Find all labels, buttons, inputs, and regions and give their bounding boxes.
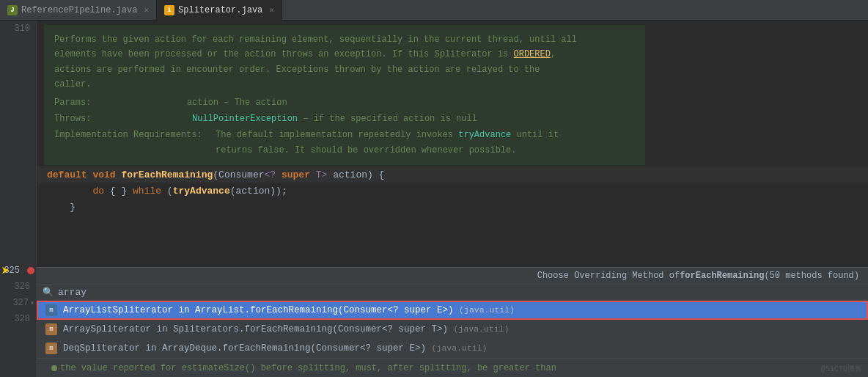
doc-impl: Implementation Requirements: The default… [54, 128, 635, 142]
throws-content: NullPointerException – if the specified … [113, 111, 477, 126]
doc-line2: elements have been processed or the acti… [54, 47, 635, 62]
code-lines: default void forEachRemaining ( Consumer… [37, 165, 868, 215]
generic-close: > [322, 169, 328, 180]
method-text-3: DeqSpliterator in ArrayDeque.forEachRema… [63, 343, 859, 354]
impl-line2: returns false. It should be overridden w… [54, 143, 635, 158]
doc-comment-block: Performs the given action for each remai… [44, 25, 645, 165]
throws-rest: – if the specified action is null [298, 114, 477, 124]
tab-icon-reference: J [7, 5, 18, 15]
method-item-array[interactable]: m ArraySpliterator in Spliterators.forEa… [37, 320, 868, 339]
popup-header: Choose Overriding Method of forEachRemai… [37, 268, 868, 285]
doc-throws: Throws: NullPointerException – if the sp… [54, 111, 635, 126]
editor-area: 310 ⮞ 325 326 327 ▾ 328 Performs the giv… [0, 21, 868, 377]
method-pkg-1: (java.util) [459, 305, 515, 315]
line-blank-l [0, 214, 36, 230]
hint-dot-icon [51, 365, 57, 371]
doc-line3: actions are performed in encounter order… [54, 62, 635, 77]
line-blank-h [0, 150, 36, 166]
kw-super: super [282, 169, 310, 180]
method-item-arraylist[interactable]: m ArrayListSpliterator in ArrayList.forE… [37, 301, 868, 320]
method-tryadvance: tryAdvance [173, 186, 230, 197]
search-input[interactable] [58, 287, 205, 298]
impl-label: Implementation Requirements: [54, 128, 216, 142]
line-326: 326 [0, 279, 36, 295]
throws-label: Throws: [54, 111, 113, 126]
line-blank-b [0, 53, 36, 69]
line-blank-k [0, 198, 36, 214]
try-advance-link: tryAdvance [458, 130, 511, 140]
watermark: @51CTO博客 [821, 364, 862, 374]
line-gutter: 310 ⮞ 325 326 327 ▾ 328 [0, 21, 37, 377]
method-icon-1: m [45, 304, 57, 316]
method-pkg-3: (java.util) [432, 343, 488, 353]
line-327: 327 ▾ [0, 295, 36, 311]
kw-do: do [92, 186, 104, 197]
line-blank-d [0, 85, 36, 101]
method-icon-3: m [45, 343, 57, 354]
popup-count: (50 methods found) [764, 271, 859, 281]
breakpoint-icon [27, 267, 34, 274]
code-line-327: } [37, 199, 868, 215]
tab-close-spliterator[interactable]: ✕ [269, 5, 274, 15]
method-text-2: ArraySpliterator in Spliterators.forEach… [63, 324, 859, 334]
params-label: Params: [54, 95, 113, 110]
line-blank-m [0, 230, 36, 246]
line-blank-n [0, 246, 36, 263]
popup-header-text: Choose Overriding Method of [537, 271, 680, 281]
line-325: ⮞ 325 [0, 263, 36, 279]
line-328: 328 [0, 311, 36, 327]
method-foreach: forEachRemaining [121, 169, 213, 180]
line-blank-f [0, 117, 36, 133]
popup-method-name: forEachRemaining [680, 271, 764, 281]
type-t: T [316, 169, 322, 180]
line-blank-c [0, 69, 36, 85]
line-blank-j [0, 182, 36, 198]
tab-icon-spliterator: i [164, 5, 174, 15]
method-item-deq[interactable]: m DeqSpliterator in ArrayDeque.forEachRe… [37, 339, 868, 358]
kw-void: void [92, 169, 115, 180]
line-blank-i [0, 166, 36, 182]
tab-close-reference[interactable]: ✕ [144, 5, 149, 15]
search-icon: 🔍 [43, 287, 54, 298]
generic-param: <? [265, 169, 276, 180]
line-blank-a [0, 37, 36, 53]
method-text-1: ArrayListSpliterator in ArrayList.forEac… [63, 305, 859, 315]
code-line-325: default void forEachRemaining ( Consumer… [37, 166, 868, 183]
exception-link: NullPointerException [192, 114, 298, 124]
tab-reference-pipeline[interactable]: J ReferencePipeline.java ✕ [0, 0, 157, 21]
impl-value: The default implementation repeatedly in… [216, 128, 559, 142]
override-popup: Choose Overriding Method of forEachRemai… [37, 267, 868, 377]
line-blank-e [0, 101, 36, 117]
params-value: action – The action [113, 95, 287, 110]
code-line-326: do { } while ( tryAdvance (action)); [37, 183, 868, 199]
code-area[interactable]: Performs the given action for each remai… [37, 21, 868, 377]
hint-line: the value reported for estimateSize() be… [37, 358, 868, 377]
method-pkg-2: (java.util) [454, 324, 510, 334]
tab-label-spliterator: Spliterator.java [178, 5, 262, 15]
tab-bar: J ReferencePipeline.java ✕ i Spliterator… [0, 0, 868, 21]
doc-params: Params: action – The action [54, 95, 635, 110]
kw-while: while [133, 186, 161, 197]
kw-default: default [47, 169, 87, 180]
hint-text: the value reported for estimateSize() be… [60, 363, 556, 373]
arrow-icon: ⮞ [1, 266, 10, 276]
popup-search-bar[interactable]: 🔍 [37, 285, 868, 301]
method-icon-2: m [45, 323, 57, 335]
ordered-link: ORDERED [514, 49, 551, 59]
method-list: m ArrayListSpliterator in ArrayList.forE… [37, 301, 868, 358]
fold-icon: ▾ [30, 299, 34, 307]
tab-label-reference: ReferencePipeline.java [21, 5, 137, 15]
tab-spliterator[interactable]: i Spliterator.java ✕ [157, 0, 282, 21]
doc-line1: Performs the given action for each remai… [54, 32, 635, 47]
type-consumer: Consumer [218, 169, 264, 180]
line-310: 310 [0, 21, 36, 37]
doc-line4: caller. [54, 77, 635, 92]
line-blank-g [0, 133, 36, 150]
